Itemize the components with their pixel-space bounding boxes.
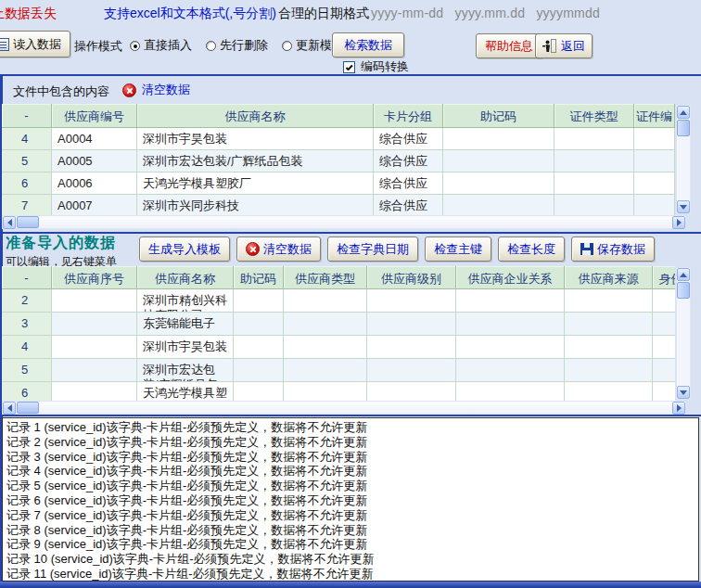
scrollbar-thumb[interactable]: [17, 402, 39, 414]
scroll-down-icon[interactable]: [677, 200, 690, 213]
table-cell[interactable]: [554, 150, 634, 173]
table-cell[interactable]: A0007: [52, 195, 137, 215]
validation-log[interactable]: 记录 1 (service_id)该字典-卡片组-必须预先定义，数据将不允许更新…: [2, 417, 699, 582]
table-cell[interactable]: 综合供应: [374, 128, 443, 150]
table-cell[interactable]: 综合供应: [374, 173, 443, 195]
table-cell[interactable]: [565, 359, 653, 382]
table-cell[interactable]: [456, 336, 565, 359]
table-cell[interactable]: [565, 313, 653, 336]
table-cell[interactable]: [52, 313, 137, 336]
table-cell[interactable]: [284, 359, 367, 382]
table-cell[interactable]: [443, 173, 554, 195]
search-data-button[interactable]: 检索数据: [332, 32, 404, 58]
table-cell[interactable]: [52, 336, 137, 359]
table-row[interactable]: 7A0007深圳市兴同步科技综合供应: [2, 195, 675, 215]
scroll-up-icon[interactable]: [677, 268, 690, 281]
table-cell[interactable]: [565, 336, 653, 359]
table-cell[interactable]: [52, 359, 137, 382]
table-cell[interactable]: [634, 150, 675, 173]
table-cell[interactable]: [284, 313, 367, 336]
table-cell[interactable]: [443, 150, 554, 173]
check-length-button[interactable]: 检查长度: [498, 236, 565, 262]
table-cell[interactable]: [634, 195, 675, 215]
table-cell[interactable]: [367, 313, 456, 336]
scroll-left-icon[interactable]: [3, 402, 16, 415]
table-cell[interactable]: 深圳市兴同步科技: [137, 195, 374, 215]
row-number-cell[interactable]: 5: [2, 150, 52, 173]
table-cell[interactable]: [367, 359, 456, 382]
scroll-right-icon[interactable]: [672, 402, 685, 415]
table-cell[interactable]: 深圳市精创兴科技有限公司: [137, 289, 234, 313]
file-table-vscrollbar[interactable]: [676, 105, 691, 214]
table-cell[interactable]: [634, 128, 675, 150]
import-table-vscrollbar[interactable]: [676, 267, 691, 400]
scrollbar-thumb[interactable]: [677, 282, 690, 299]
table-cell[interactable]: [367, 382, 456, 401]
table-row[interactable]: 5深圳市宏达包装/广辉纸品包装: [2, 359, 675, 382]
row-number-cell[interactable]: 5: [2, 359, 52, 382]
row-number-cell[interactable]: 3: [2, 313, 52, 336]
table-cell[interactable]: [554, 195, 634, 215]
clear-file-data-button[interactable]: 清空数据: [122, 82, 190, 98]
table-cell[interactable]: [284, 382, 367, 401]
table-cell[interactable]: A0004: [52, 128, 137, 150]
table-cell[interactable]: [565, 382, 653, 401]
table-cell[interactable]: [653, 336, 675, 359]
table-cell[interactable]: 东莞锦能电子: [137, 313, 234, 336]
table-cell[interactable]: A0005: [52, 150, 137, 173]
scroll-down-icon[interactable]: [677, 386, 690, 399]
back-button[interactable]: 返回: [535, 33, 593, 58]
table-row[interactable]: 4深圳市宇昊包装: [2, 336, 675, 359]
table-cell[interactable]: [443, 128, 554, 150]
table-row[interactable]: 2深圳市精创兴科技有限公司: [2, 289, 675, 313]
scrollbar-thumb[interactable]: [677, 120, 690, 136]
radio-delete-first[interactable]: 先行删除: [206, 37, 268, 54]
row-number-cell[interactable]: 6: [2, 173, 52, 195]
row-number-cell[interactable]: 7: [2, 195, 52, 215]
table-cell[interactable]: [284, 336, 367, 359]
table-cell[interactable]: [443, 195, 554, 215]
table-row[interactable]: 4A0004深圳市宇昊包装综合供应: [2, 128, 675, 150]
table-row[interactable]: 6天鸿光学模具塑胶厂: [2, 382, 675, 401]
table-row[interactable]: 3东莞锦能电子: [2, 313, 675, 336]
table-cell[interactable]: [456, 382, 565, 401]
import-table-hscrollbar[interactable]: [2, 401, 686, 415]
table-cell[interactable]: [554, 128, 634, 150]
scroll-up-icon[interactable]: [677, 106, 690, 119]
table-cell[interactable]: [653, 382, 675, 401]
read-data-button[interactable]: 读入数据: [0, 31, 70, 58]
row-number-cell[interactable]: 4: [2, 128, 52, 150]
clear-data-button[interactable]: 清空数据: [236, 236, 321, 262]
table-cell[interactable]: [456, 313, 565, 336]
check-dict-date-button[interactable]: 检查字典日期: [327, 236, 418, 262]
table-cell[interactable]: [653, 313, 675, 336]
table-cell[interactable]: [284, 289, 367, 313]
table-cell[interactable]: [234, 336, 284, 359]
table-row[interactable]: 6A0006天鸿光学模具塑胶厂综合供应: [2, 173, 675, 195]
row-number-cell[interactable]: 4: [2, 336, 52, 359]
save-data-button[interactable]: 保存数据: [571, 236, 655, 262]
table-cell[interactable]: [52, 289, 137, 313]
table-cell[interactable]: 天鸿光学模具塑胶厂: [137, 382, 234, 401]
table-cell[interactable]: [52, 382, 137, 401]
help-info-button[interactable]: 帮助信息: [476, 33, 542, 58]
scroll-right-icon[interactable]: [672, 216, 685, 229]
table-cell[interactable]: 天鸿光学模具塑胶厂: [137, 173, 374, 195]
table-cell[interactable]: [653, 289, 675, 313]
encoding-convert-checkbox[interactable]: 编码转换: [343, 58, 409, 75]
table-cell[interactable]: 综合供应: [374, 195, 443, 215]
table-cell[interactable]: [554, 173, 634, 195]
table-cell[interactable]: [367, 289, 456, 313]
scroll-left-icon[interactable]: [3, 216, 16, 229]
table-cell[interactable]: 深圳市宇昊包装: [137, 336, 234, 359]
row-number-cell[interactable]: 2: [2, 289, 52, 313]
table-cell[interactable]: [367, 336, 456, 359]
table-cell[interactable]: [234, 313, 284, 336]
table-cell[interactable]: 综合供应: [374, 150, 443, 173]
table-cell[interactable]: 深圳市宏达包装/广辉纸品包装: [137, 150, 374, 173]
radio-direct-insert[interactable]: 直接插入: [130, 37, 192, 54]
table-cell[interactable]: [234, 359, 284, 382]
table-cell[interactable]: [565, 289, 653, 313]
table-cell[interactable]: [234, 289, 284, 313]
check-primary-key-button[interactable]: 检查主键: [425, 236, 491, 262]
